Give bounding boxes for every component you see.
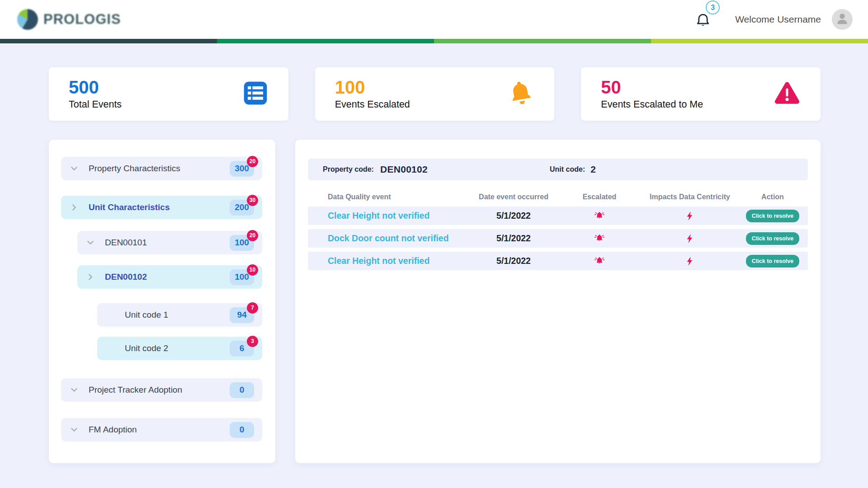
lightning-icon <box>642 211 737 221</box>
welcome-text: Welcome Username <box>735 14 821 25</box>
property-code-value: DEN00102 <box>380 164 428 175</box>
bell-icon <box>694 23 712 31</box>
alert-count-badge: 30 <box>247 195 258 206</box>
count-pill: 100 10 <box>230 269 254 285</box>
count-pill: 94 7 <box>230 307 254 323</box>
tree-item-property-characteristics[interactable]: Property Characteristics 300 20 <box>61 157 262 180</box>
column-action: Action <box>737 193 808 201</box>
selection-info-bar: Property code: DEN00102 Unit code: 2 <box>308 159 808 180</box>
user-avatar[interactable] <box>832 9 853 30</box>
chevron-down-icon[interactable] <box>69 164 79 174</box>
chevron-down-icon[interactable] <box>85 238 95 248</box>
chevron-down-icon[interactable] <box>69 385 79 395</box>
notification-count-badge: 3 <box>706 0 720 14</box>
alert-count-badge: 10 <box>247 264 258 276</box>
events-escalated-label: Events Escalated <box>335 99 410 110</box>
events-escalated-value: 100 <box>335 78 410 97</box>
ringing-bell-icon <box>557 256 642 267</box>
count-pill: 200 30 <box>230 200 254 216</box>
app-header: PROLOGIS 3 Welcome Username <box>0 0 868 39</box>
property-code-label: Property code: <box>323 165 374 174</box>
brand-bar-segment-2 <box>217 39 434 43</box>
count-pill: 300 20 <box>230 161 254 177</box>
table-row: Dock Door count not verified 5/1/2022 <box>308 229 808 248</box>
click-to-resolve-button[interactable]: Click to resolve <box>746 210 799 222</box>
event-link[interactable]: Clear Height not verified <box>308 211 471 221</box>
count-pill: 0 <box>230 422 254 438</box>
total-events-value: 500 <box>69 78 122 97</box>
tree-item-label: Unit code 2 <box>125 343 168 353</box>
column-impacts-data-centricity: Impacts Data Centricity <box>642 193 737 201</box>
total-events-label: Total Events <box>69 99 122 110</box>
alert-count-badge: 20 <box>247 156 258 167</box>
tree-item-label: DEN00102 <box>105 272 147 282</box>
events-table-body: Clear Height not verified 5/1/2022 <box>308 206 808 270</box>
tree-item-label: Unit code 1 <box>125 310 168 320</box>
tree-item-den00102[interactable]: DEN00102 100 10 <box>77 265 262 289</box>
event-link[interactable]: Dock Door count not verified <box>308 233 471 244</box>
notifications-button[interactable]: 3 <box>694 12 712 31</box>
person-icon <box>833 9 851 29</box>
count-pill: 6 3 <box>230 341 254 357</box>
tree-item-unit-code-1[interactable]: Unit code 1 94 7 <box>97 303 262 327</box>
lightning-icon <box>642 233 737 244</box>
tree-item-unit-characteristics[interactable]: Unit Characteristics 200 30 <box>61 196 262 219</box>
column-date-event-occurred: Date event occurred <box>471 193 557 201</box>
ringing-bell-icon <box>557 211 642 221</box>
lightning-icon <box>642 256 737 267</box>
table-row: Clear Height not verified 5/1/2022 <box>308 206 808 225</box>
event-date: 5/1/2022 <box>471 256 557 266</box>
column-data-quality-event: Data Quality event <box>308 193 471 201</box>
stat-cards-row: 500 Total Events 100 Events Escalated <box>49 67 821 121</box>
ringing-bell-icon <box>557 233 642 244</box>
unit-code-label: Unit code: <box>550 165 585 174</box>
brand-bar-segment-4 <box>651 39 868 43</box>
unit-code-value: 2 <box>590 164 596 175</box>
event-date: 5/1/2022 <box>471 233 557 244</box>
brand-bar-segment-3 <box>434 39 651 43</box>
brand-color-bar <box>0 39 868 43</box>
total-events-card: 500 Total Events <box>49 67 288 121</box>
event-date: 5/1/2022 <box>471 211 557 221</box>
tree-item-unit-code-2[interactable]: Unit code 2 6 3 <box>97 337 262 360</box>
alert-count-badge: 20 <box>247 230 258 241</box>
column-escalated: Escalated <box>557 193 642 201</box>
events-escalated-card: 100 Events Escalated <box>315 67 555 121</box>
category-tree-panel: Property Characteristics 300 20 Unit Cha… <box>49 140 275 463</box>
table-row: Clear Height not verified 5/1/2022 <box>308 252 808 270</box>
list-icon <box>242 80 269 108</box>
tree-item-project-tracker-adoption[interactable]: Project Tracker Adoption 0 <box>61 378 262 402</box>
events-escalated-to-me-label: Events Escalated to Me <box>601 99 703 110</box>
chevron-right-icon[interactable] <box>85 272 95 282</box>
events-escalated-to-me-card: 50 Events Escalated to Me <box>581 67 821 121</box>
count-pill: 100 20 <box>230 235 254 251</box>
click-to-resolve-button[interactable]: Click to resolve <box>746 232 799 245</box>
alert-count-badge: 7 <box>247 302 258 314</box>
count-pill: 0 <box>230 382 254 398</box>
tree-item-label: Project Tracker Adoption <box>89 385 182 395</box>
tree-item-label: DEN00101 <box>105 238 147 248</box>
tree-item-label: FM Adoption <box>89 425 137 435</box>
bell-icon <box>505 77 537 110</box>
brand-bar-segment-1 <box>0 39 217 43</box>
event-link[interactable]: Clear Height not verified <box>308 256 471 266</box>
alert-count-badge: 3 <box>247 336 258 347</box>
prologis-logo-text: PROLOGIS <box>43 11 121 28</box>
chevron-right-icon[interactable] <box>69 202 79 212</box>
prologis-logo-icon <box>17 9 38 30</box>
click-to-resolve-button[interactable]: Click to resolve <box>746 255 799 267</box>
tree-item-den00101[interactable]: DEN00101 100 20 <box>77 231 262 254</box>
tree-item-fm-adoption[interactable]: FM Adoption 0 <box>61 418 262 441</box>
chevron-down-icon[interactable] <box>69 425 79 435</box>
events-escalated-to-me-value: 50 <box>601 78 703 97</box>
warning-triangle-icon <box>774 81 801 108</box>
events-table-header: Data Quality event Date event occurred E… <box>308 193 808 201</box>
prologis-logo: PROLOGIS <box>17 9 121 30</box>
tree-item-label: Property Characteristics <box>89 164 180 174</box>
event-detail-panel: Property code: DEN00102 Unit code: 2 Dat… <box>295 140 821 463</box>
tree-item-label: Unit Characteristics <box>89 202 170 212</box>
